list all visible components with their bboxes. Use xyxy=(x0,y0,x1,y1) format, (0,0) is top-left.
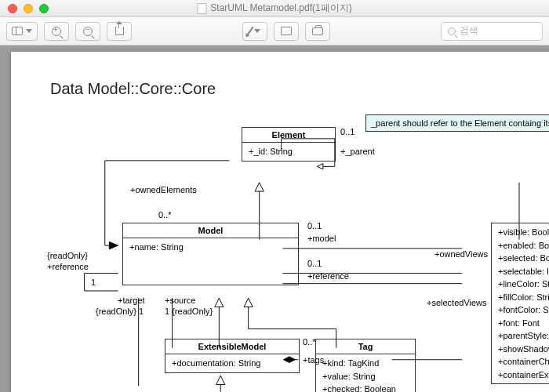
svg-marker-10 xyxy=(244,298,253,307)
class-attrs: +kind: TagKind +value: String +checked: … xyxy=(316,354,415,392)
page-title: Data Model::Core::Core xyxy=(50,80,216,98)
label-role: +reference xyxy=(307,271,349,281)
pdf-page: Data Model::Core::Core _parent should re… xyxy=(11,52,549,392)
label-role: +selectedViews xyxy=(427,298,487,307)
class-name: Model xyxy=(123,223,298,238)
close-icon[interactable] xyxy=(8,4,17,13)
zoom-in-icon xyxy=(52,27,61,36)
document-icon xyxy=(197,3,206,14)
label-role: +reference xyxy=(47,262,89,271)
zoom-icon[interactable] xyxy=(39,4,49,13)
uml-note: _parent should refer to the Element cont… xyxy=(365,114,549,132)
class-view: +visible: Boolean +enabled: Boolean +sel… xyxy=(491,223,549,384)
window-title-text: StarUML Metamodel.pdf(1페이지) xyxy=(210,2,351,15)
class-element: Element +_id: String xyxy=(242,127,336,162)
share-button[interactable] xyxy=(107,22,132,41)
chevron-down-icon xyxy=(254,29,260,33)
label-mult: 1 xyxy=(91,278,96,287)
sidebar-toggle-button[interactable] xyxy=(6,22,38,41)
label-role: +target xyxy=(118,296,145,305)
class-attrs: +_id: String xyxy=(242,143,335,161)
label-role: +ownedViews xyxy=(434,249,488,259)
minimize-icon[interactable] xyxy=(24,4,33,13)
zoom-in-button[interactable] xyxy=(44,22,69,41)
class-name: Element xyxy=(242,128,335,143)
zoom-out-icon xyxy=(83,27,93,36)
class-name: Tag xyxy=(316,339,415,354)
search-placeholder: 검색 xyxy=(460,24,478,38)
window-title: StarUML Metamodel.pdf(1페이지) xyxy=(197,2,351,15)
document-viewport[interactable]: Data Model::Core::Core _parent should re… xyxy=(0,45,549,392)
zoom-out-button[interactable] xyxy=(75,22,100,41)
class-extensible-model: ExtensibleModel +documentation: String xyxy=(165,339,300,373)
pen-icon xyxy=(246,27,253,36)
class-model: Model +name: String xyxy=(122,223,299,285)
search-icon xyxy=(448,27,456,35)
label-mult: 0..1 xyxy=(307,221,322,230)
class-tag: Tag +kind: TagKind +value: String +check… xyxy=(315,339,416,392)
chevron-down-icon xyxy=(26,29,32,33)
toolbox-icon xyxy=(312,27,323,35)
label-role: +source xyxy=(165,296,195,305)
label-owned-elements: +ownedElements xyxy=(130,185,197,194)
svg-marker-9 xyxy=(215,298,224,307)
share-icon xyxy=(115,27,124,35)
svg-marker-2 xyxy=(255,183,264,191)
rectangle-icon xyxy=(281,27,292,35)
label-role: +_parent xyxy=(340,147,375,156)
label-tag: {readOnly} 1 xyxy=(96,307,144,316)
label-role: +tags xyxy=(303,355,324,365)
label-tag: 1 {readOnly} xyxy=(165,307,213,316)
crop-button[interactable] xyxy=(274,22,299,41)
search-input[interactable]: 검색 xyxy=(441,22,543,41)
sidebar-icon xyxy=(12,27,23,35)
markup-button[interactable] xyxy=(242,22,267,41)
toolbox-button[interactable] xyxy=(305,22,330,41)
label-readonly: {readOnly} xyxy=(47,251,88,260)
class-attrs: +documentation: String xyxy=(165,354,299,372)
label-mult: 0..* xyxy=(158,210,172,220)
label-mult: 0..1 xyxy=(307,259,322,268)
class-attrs: +name: String xyxy=(123,238,298,256)
uml-diagram: _parent should refer to the Element cont… xyxy=(58,113,549,392)
label-mult: 0..* xyxy=(303,337,316,347)
window-controls xyxy=(0,4,49,13)
label-role: +model xyxy=(307,234,336,243)
svg-marker-3 xyxy=(109,241,118,249)
svg-marker-0 xyxy=(317,164,322,169)
svg-marker-17 xyxy=(216,376,225,384)
class-name: ExtensibleModel xyxy=(165,339,299,354)
class-attrs: +visible: Boolean +enabled: Boolean +sel… xyxy=(492,223,549,383)
toolbar: 검색 xyxy=(0,17,549,45)
label-mult: 0..1 xyxy=(340,127,354,136)
titlebar: StarUML Metamodel.pdf(1페이지) xyxy=(0,0,549,17)
